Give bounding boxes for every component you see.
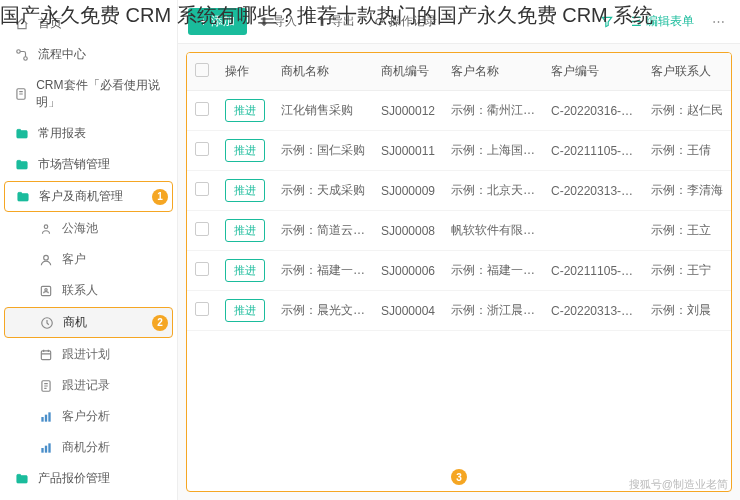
svg-point-6 (45, 288, 47, 290)
sidebar-label: CRM套件「必看使用说明」 (36, 77, 167, 111)
select-all-checkbox[interactable] (195, 63, 209, 77)
sidebar-label: 产品报价管理 (38, 470, 110, 487)
cell-name: 示例：简道云采购 (273, 211, 373, 251)
sidebar-label: 客户及商机管理 (39, 188, 123, 205)
sidebar-label: 商机 (63, 314, 87, 331)
filter-button[interactable] (595, 10, 619, 34)
export-label: 导出 (331, 13, 355, 30)
cell-code: SJ000008 (373, 211, 443, 251)
table-row[interactable]: 推进 示例：国仁采购 SJ000011 示例：上海国仁有限... C-20211… (187, 131, 731, 171)
sidebar-item-opportunity[interactable]: 商机 2 (4, 307, 173, 338)
col-customer[interactable]: 客户名称 (443, 53, 543, 91)
table-row[interactable]: 推进 江化销售采购 SJ000012 示例：衢州江化集团 C-20220316-… (187, 91, 731, 131)
sidebar-item-crm-suite[interactable]: CRM套件「必看使用说明」 (0, 70, 177, 118)
sidebar-item-customer-opportunity[interactable]: 客户及商机管理 1 (4, 181, 173, 212)
cell-customer: 示例：浙江晨光文具... (443, 291, 543, 331)
sidebar-item-plan[interactable]: 跟进计划 (0, 339, 177, 370)
annotation-badge-1: 1 (152, 189, 168, 205)
cell-customer: 示例：上海国仁有限... (443, 131, 543, 171)
folder-icon (14, 157, 30, 173)
advance-button[interactable]: 推进 (225, 179, 265, 202)
sidebar-label: 商机分析 (62, 439, 110, 456)
col-cust-code[interactable]: 客户编号 (543, 53, 643, 91)
svg-point-0 (17, 49, 21, 53)
row-checkbox[interactable] (195, 182, 209, 196)
edit-form-button[interactable]: ☰ 编辑表单 (623, 8, 702, 35)
cell-cust-code: C-20211105-0000001 (543, 131, 643, 171)
cell-cust-code: C-20211105-0000004 (543, 251, 643, 291)
folder-icon (14, 126, 30, 142)
table-row[interactable]: 推进 示例：福建一高3月订单 SJ000006 示例：福建一高集团 C-2021… (187, 251, 731, 291)
sidebar-label: 流程中心 (38, 46, 86, 63)
user-icon (38, 252, 54, 268)
row-checkbox[interactable] (195, 142, 209, 156)
row-checkbox[interactable] (195, 222, 209, 236)
cell-name: 示例：天成采购 (273, 171, 373, 211)
advance-button[interactable]: 推进 (225, 99, 265, 122)
cell-contact: 示例：刘晨 (643, 291, 731, 331)
advance-button[interactable]: 推进 (225, 219, 265, 242)
cell-code: SJ000009 (373, 171, 443, 211)
cell-customer: 帆软软件有限公司 (443, 211, 543, 251)
sidebar-item-product-quote[interactable]: 产品报价管理 (0, 463, 177, 494)
sidebar-item-pool[interactable]: 公海池 (0, 213, 177, 244)
sidebar-item-reports[interactable]: 常用报表 (0, 118, 177, 149)
plan-icon (38, 347, 54, 363)
record-icon (38, 378, 54, 394)
sidebar-item-opportunity-analysis[interactable]: 商机分析 (0, 432, 177, 463)
sidebar-item-record[interactable]: 跟进记录 (0, 370, 177, 401)
sidebar-item-marketing[interactable]: 市场营销管理 (0, 149, 177, 180)
watermark: 搜狐号@制造业老简 (629, 477, 728, 492)
cell-contact: 示例：赵仁民 (643, 91, 731, 131)
cell-cust-code (543, 211, 643, 251)
row-checkbox[interactable] (195, 262, 209, 276)
contact-icon (38, 283, 54, 299)
data-table: 操作 商机名称 商机编号 客户名称 客户编号 客户联系人 推进 江化销售采购 S… (187, 53, 731, 331)
log-label: 操作记录 (389, 13, 437, 30)
cell-contact: 示例：王倩 (643, 131, 731, 171)
sidebar-label: 客户 (62, 251, 86, 268)
sidebar-label: 联系人 (62, 282, 98, 299)
advance-button[interactable]: 推进 (225, 139, 265, 162)
app-container: 首页 流程中心 CRM套件「必看使用说明」 常用报表 市场营销管理 客户及商机管… (0, 0, 740, 500)
filter-icon (600, 15, 614, 29)
table-row[interactable]: 推进 示例：天成采购 SJ000009 示例：北京天诚软件... C-20220… (187, 171, 731, 211)
cell-code: SJ000011 (373, 131, 443, 171)
sidebar-item-customer[interactable]: 客户 (0, 244, 177, 275)
col-code[interactable]: 商机编号 (373, 53, 443, 91)
more-button[interactable]: ⋯ (706, 10, 730, 34)
col-contact[interactable]: 客户联系人 (643, 53, 731, 91)
cell-cust-code: C-20220313-0000004 (543, 291, 643, 331)
folder-icon (15, 189, 31, 205)
cell-cust-code: C-20220313-0000002 (543, 171, 643, 211)
sidebar-item-flow[interactable]: 流程中心 (0, 39, 177, 70)
sidebar-item-contact[interactable]: 联系人 (0, 275, 177, 306)
row-checkbox[interactable] (195, 302, 209, 316)
edit-form-label: 编辑表单 (646, 13, 694, 30)
sidebar-item-home[interactable]: 首页 (0, 8, 177, 39)
cell-name: 示例：国仁采购 (273, 131, 373, 171)
col-name[interactable]: 商机名称 (273, 53, 373, 91)
svg-rect-13 (41, 448, 43, 453)
table-row[interactable]: 推进 示例：简道云采购 SJ000008 帆软软件有限公司 示例：王立 (187, 211, 731, 251)
advance-button[interactable]: 推进 (225, 259, 265, 282)
svg-point-3 (44, 224, 48, 228)
sidebar-item-contract[interactable]: 合同/回款/开票管理 (0, 494, 177, 500)
svg-rect-10 (41, 417, 43, 422)
import-button[interactable]: ⬇ 导入 (251, 8, 305, 35)
table-header-row: 操作 商机名称 商机编号 客户名称 客户编号 客户联系人 (187, 53, 731, 91)
log-button[interactable]: ⟳ 操作记录 (367, 8, 445, 35)
add-button[interactable]: + 添加 (188, 8, 247, 35)
export-button[interactable]: ⬆ 导出 (309, 8, 363, 35)
cell-code: SJ000006 (373, 251, 443, 291)
col-action[interactable]: 操作 (217, 53, 273, 91)
export-icon: ⬆ (317, 15, 327, 29)
cell-contact: 示例：李清海 (643, 171, 731, 211)
table-row[interactable]: 推进 示例：晨光文具设备... SJ000004 示例：浙江晨光文具... C-… (187, 291, 731, 331)
cell-customer: 示例：北京天诚软件... (443, 171, 543, 211)
advance-button[interactable]: 推进 (225, 299, 265, 322)
sidebar-label: 跟进计划 (62, 346, 110, 363)
sidebar-item-customer-analysis[interactable]: 客户分析 (0, 401, 177, 432)
row-checkbox[interactable] (195, 102, 209, 116)
cell-contact: 示例：王立 (643, 211, 731, 251)
